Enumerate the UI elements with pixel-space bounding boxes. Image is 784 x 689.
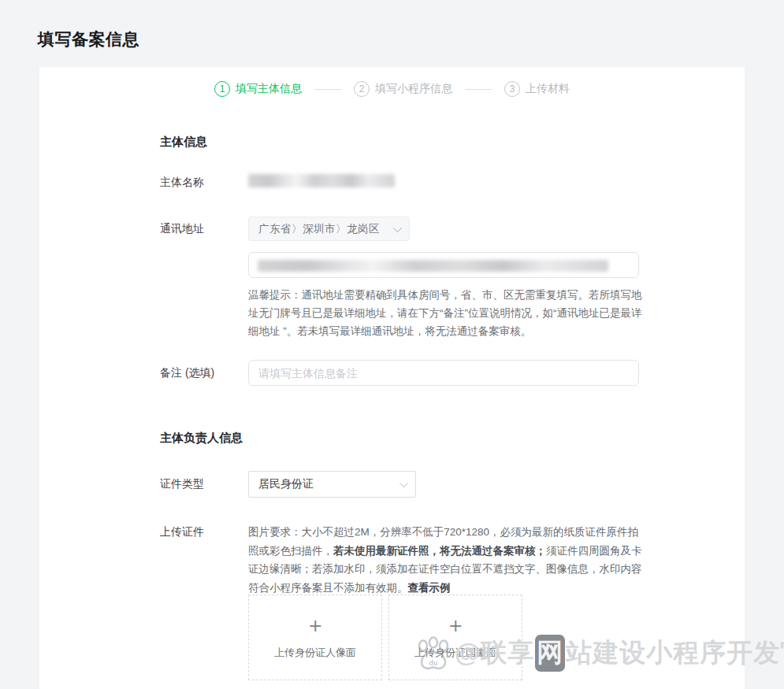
upload-id-back-button[interactable]: ＋ 上传身份证国徽面 — [388, 595, 522, 680]
subject-info-header: 主体信息 — [160, 135, 207, 150]
cert-type-value: 居民身份证 — [258, 477, 314, 491]
step-upload-materials: 3 上传材料 — [504, 81, 570, 97]
plus-icon: ＋ — [445, 615, 466, 636]
subject-name-redacted-value — [248, 174, 395, 187]
step-3-circle: 3 — [504, 81, 520, 97]
address-label: 通讯地址 — [160, 222, 204, 236]
step-2-circle: 2 — [354, 81, 370, 97]
step-miniprogram-info: 2 填写小程序信息 — [354, 81, 452, 97]
remark-label: 备注 (选填) — [160, 366, 214, 380]
cert-type-select[interactable]: 居民身份证 — [248, 471, 416, 498]
step-connector — [465, 89, 492, 90]
step-2-label: 填写小程序信息 — [375, 82, 452, 96]
chevron-down-icon — [393, 223, 402, 232]
address-detail-redacted-value — [258, 260, 608, 272]
upload-back-label: 上传身份证国徽面 — [414, 646, 496, 660]
principal-info-header: 主体负责人信息 — [160, 431, 243, 446]
upload-cert-label: 上传证件 — [160, 525, 204, 539]
step-1-circle: 1 — [214, 81, 230, 97]
address-hint: 温馨提示：通讯地址需要精确到具体房间号，省、市、区无需重复填写。若所填写地址无门… — [248, 286, 644, 340]
remark-input[interactable] — [248, 360, 639, 386]
req-text-bold: 若未使用最新证件照，将无法通过备案审核； — [333, 545, 546, 557]
plus-icon: ＋ — [305, 615, 326, 636]
upload-front-label: 上传身份证人像面 — [274, 646, 356, 660]
step-3-label: 上传材料 — [526, 82, 570, 96]
region-select-value: 广东省〉深圳市〉龙岗区 — [258, 222, 380, 236]
region-select[interactable]: 广东省〉深圳市〉龙岗区 — [248, 217, 410, 241]
step-connector — [314, 89, 341, 90]
cert-type-label: 证件类型 — [160, 477, 204, 491]
step-1-label: 填写主体信息 — [236, 82, 302, 96]
subject-name-label: 主体名称 — [160, 176, 204, 190]
view-example-link[interactable]: 查看示例 — [408, 582, 451, 594]
form-card: 1 填写主体信息 2 填写小程序信息 3 上传材料 主体信息 主体名称 通讯地址… — [39, 67, 745, 689]
page-title: 填写备案信息 — [38, 28, 139, 50]
address-detail-input[interactable] — [248, 252, 639, 278]
step-subject-info: 1 填写主体信息 — [214, 81, 302, 97]
stepper: 1 填写主体信息 2 填写小程序信息 3 上传材料 — [39, 80, 745, 98]
chevron-down-icon — [399, 479, 408, 487]
upload-id-front-button[interactable]: ＋ 上传身份证人像面 — [248, 595, 382, 680]
upload-requirements: 图片要求：大小不超过2M，分辨率不低于720*1280，必须为最新的纸质证件原件… — [248, 523, 645, 597]
